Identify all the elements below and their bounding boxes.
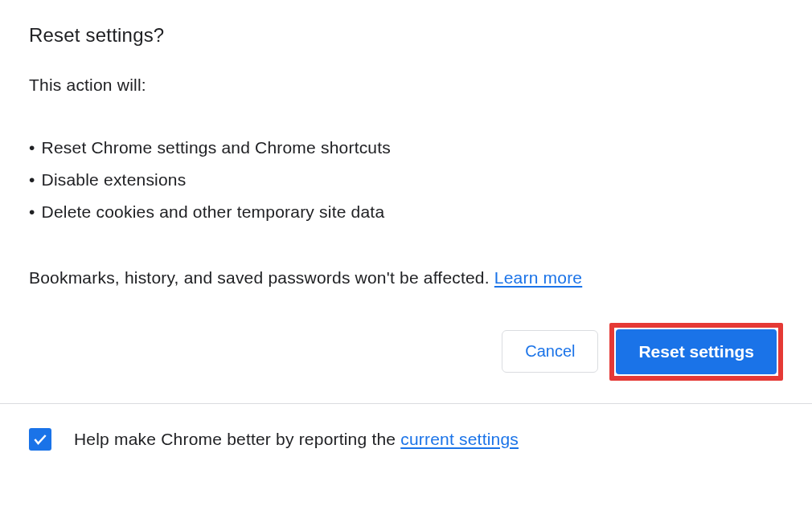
dialog-subtitle: This action will: xyxy=(29,75,783,95)
dialog-button-row: Cancel Reset settings xyxy=(29,323,783,403)
bullet-dot-icon: • xyxy=(29,164,35,196)
list-item-text: Delete cookies and other temporary site … xyxy=(42,196,385,228)
list-item: • Reset Chrome settings and Chrome short… xyxy=(29,132,783,164)
footer-label: Help make Chrome better by reporting the… xyxy=(74,430,519,449)
dialog-footer: Help make Chrome better by reporting the… xyxy=(0,404,812,475)
learn-more-link[interactable]: Learn more xyxy=(494,268,582,287)
report-settings-checkbox[interactable] xyxy=(29,428,51,451)
bullet-dot-icon: • xyxy=(29,132,35,164)
footer-text-prefix: Help make Chrome better by reporting the xyxy=(74,430,400,448)
list-item: • Delete cookies and other temporary sit… xyxy=(29,196,783,228)
dialog-title: Reset settings? xyxy=(29,24,783,47)
dialog-footnote: Bookmarks, history, and saved passwords … xyxy=(29,268,783,288)
bullet-dot-icon: • xyxy=(29,196,35,228)
reset-settings-button[interactable]: Reset settings xyxy=(616,329,777,374)
list-item-text: Reset Chrome settings and Chrome shortcu… xyxy=(42,132,391,164)
checkmark-icon xyxy=(32,431,48,447)
reset-settings-dialog: Reset settings? This action will: • Rese… xyxy=(0,0,812,403)
action-list: • Reset Chrome settings and Chrome short… xyxy=(29,132,783,228)
list-item: • Disable extensions xyxy=(29,164,783,196)
footnote-text: Bookmarks, history, and saved passwords … xyxy=(29,268,494,287)
list-item-text: Disable extensions xyxy=(42,164,187,196)
cancel-button[interactable]: Cancel xyxy=(502,330,598,373)
current-settings-link[interactable]: current settings xyxy=(400,430,519,448)
reset-button-highlight: Reset settings xyxy=(609,323,783,381)
